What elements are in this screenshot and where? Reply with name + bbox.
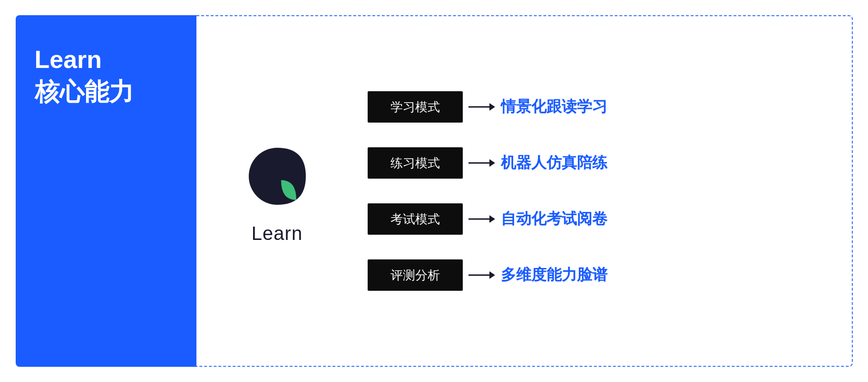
feature-badge: 学习模式: [368, 91, 463, 123]
arrow-icon: [463, 268, 501, 282]
feature-label: 多维度能力脸谱: [501, 265, 607, 286]
svg-marker-5: [489, 215, 495, 223]
arrow-icon: [463, 100, 501, 114]
feature-row: 练习模式 机器人仿真陪练: [368, 147, 823, 179]
arrow-icon: [463, 156, 501, 170]
svg-marker-3: [489, 159, 495, 167]
feature-row: 评测分析 多维度能力脸谱: [368, 259, 823, 291]
feature-label: 自动化考试阅卷: [501, 209, 607, 229]
feature-badge: 评测分析: [368, 259, 463, 291]
learn-logo-graphic: [239, 138, 315, 214]
left-title: Learn 核心能力: [35, 44, 134, 108]
feature-badge: 考试模式: [368, 203, 463, 235]
arrow-icon: [463, 212, 501, 226]
feature-row: 考试模式 自动化考试阅卷: [368, 203, 823, 235]
svg-marker-1: [489, 103, 495, 111]
feature-label: 机器人仿真陪练: [501, 153, 607, 173]
features-section: 学习模式 情景化跟读学习练习模式 机器人仿真陪练考试模式 自动化考试阅卷评测分析…: [368, 91, 823, 291]
feature-badge: 练习模式: [368, 147, 463, 179]
left-panel: Learn 核心能力: [16, 15, 196, 367]
main-container: Learn 核心能力 Learn 学习模式 情景化跟读学习练习模式 机器人仿: [16, 15, 853, 367]
logo-section: Learn: [225, 138, 330, 244]
svg-marker-7: [489, 271, 495, 279]
right-panel: Learn 学习模式 情景化跟读学习练习模式 机器人仿真陪练考试模式 自动化考试…: [196, 15, 853, 367]
feature-row: 学习模式 情景化跟读学习: [368, 91, 823, 123]
feature-label: 情景化跟读学习: [501, 96, 607, 117]
logo-text: Learn: [252, 223, 302, 244]
